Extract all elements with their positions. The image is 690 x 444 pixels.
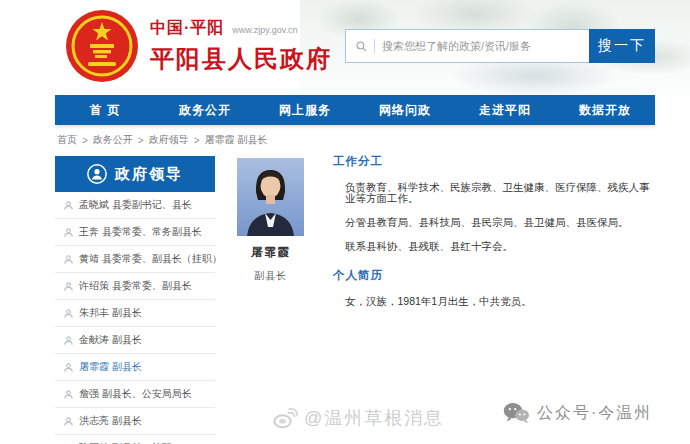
leader-list-item[interactable]: 金献涛 副县长 bbox=[55, 327, 215, 354]
leader-list-item[interactable]: 许绍策 县委常委、副县长 bbox=[55, 273, 215, 300]
duty-paragraph: 负责教育、科学技术、民族宗教、卫生健康、医疗保障、残疾人事业等方面工作。 bbox=[333, 182, 657, 204]
nav-item-gov-affairs[interactable]: 政务公开 bbox=[155, 95, 255, 125]
person-icon bbox=[63, 389, 74, 400]
watermark-wechat: 公众号·今温州 bbox=[503, 402, 652, 424]
breadcrumb-separator: > bbox=[138, 135, 144, 146]
breadcrumb-gov-leaders[interactable]: 政府领导 bbox=[149, 133, 189, 147]
site-prefix: 中国·平阳 bbox=[150, 18, 224, 39]
officer-name: 屠霏霞 bbox=[237, 244, 304, 261]
breadcrumb-separator: > bbox=[82, 135, 88, 146]
duty-paragraph: 联系县科协、县残联、县红十字会。 bbox=[333, 241, 657, 252]
watermark-weibo-text: @温州草根消息 bbox=[304, 406, 444, 430]
nav-item-open-data[interactable]: 数据开放 bbox=[555, 95, 655, 125]
leader-label: 屠霏霞 副县长 bbox=[79, 360, 142, 374]
leader-label: 黄靖 县委常委、副县长（挂职） bbox=[79, 252, 222, 266]
nav-item-about-pingyang[interactable]: 走进平阳 bbox=[455, 95, 555, 125]
breadcrumb: 首页 > 政务公开 > 政府领导 > 屠霏霞 副县长 bbox=[57, 133, 267, 147]
leader-label: 许绍策 县委常委、副县长 bbox=[79, 279, 192, 293]
officer-photo bbox=[237, 158, 304, 236]
brand-text: 中国·平阳 www.zjpy.gov.cn 平阳县人民政府 bbox=[150, 18, 332, 75]
site-url: www.zjpy.gov.cn bbox=[232, 25, 297, 35]
person-icon bbox=[63, 281, 74, 292]
section-resume: 个人简历 女，汉族，1981年1月出生，中共党员。 bbox=[333, 268, 657, 307]
leader-label: 金献涛 副县长 bbox=[79, 333, 142, 347]
sidebar-title: 政府领导 bbox=[115, 165, 183, 184]
search-bar: 搜一下 bbox=[345, 29, 655, 63]
sidebar-header: 政府领导 bbox=[55, 156, 215, 192]
wechat-icon bbox=[503, 402, 529, 424]
site-logo[interactable]: 中国·平阳 www.zjpy.gov.cn 平阳县人民政府 bbox=[64, 8, 332, 84]
leader-list-item[interactable]: 王奔 县委常委、常务副县长 bbox=[55, 219, 215, 246]
search-input[interactable] bbox=[382, 30, 589, 62]
leader-list-item[interactable]: 朱邦丰 副县长 bbox=[55, 300, 215, 327]
watermark-weibo: @温州草根消息 bbox=[272, 406, 444, 430]
leader-label: 詹强 副县长、公安局局长 bbox=[79, 387, 192, 401]
section-heading: 个人简历 bbox=[333, 268, 657, 283]
main-nav: 首 页 政务公开 网上服务 网络问政 走进平阳 数据开放 bbox=[55, 95, 655, 125]
resume-paragraph: 女，汉族，1981年1月出生，中共党员。 bbox=[333, 296, 657, 307]
national-emblem-icon bbox=[64, 8, 140, 84]
page: 中国·平阳 www.zjpy.gov.cn 平阳县人民政府 搜一下 首 页 政务… bbox=[0, 0, 690, 444]
search-box bbox=[345, 29, 589, 63]
profile-sections: 工作分工 负责教育、科学技术、民族宗教、卫生健康、医疗保障、残疾人事业等方面工作… bbox=[333, 154, 657, 307]
breadcrumb-current: 屠霏霞 副县长 bbox=[205, 133, 268, 147]
leader-label: 王奔 县委常委、常务副县长 bbox=[79, 225, 202, 239]
breadcrumb-separator: > bbox=[194, 135, 200, 146]
breadcrumb-home[interactable]: 首页 bbox=[57, 133, 77, 147]
section-work-duties: 工作分工 负责教育、科学技术、民族宗教、卫生健康、医疗保障、残疾人事业等方面工作… bbox=[333, 154, 657, 252]
nav-item-online-inquiries[interactable]: 网络问政 bbox=[355, 95, 455, 125]
section-heading: 工作分工 bbox=[333, 154, 657, 169]
watermark-wechat-text: 公众号·今温州 bbox=[537, 403, 652, 424]
site-title: 平阳县人民政府 bbox=[150, 43, 332, 75]
search-divider bbox=[374, 39, 375, 53]
person-icon bbox=[63, 200, 74, 211]
leader-list-item[interactable]: 孟晓斌 县委副书记、县长 bbox=[55, 192, 215, 219]
weibo-icon bbox=[272, 406, 298, 430]
person-circle-icon bbox=[87, 164, 107, 184]
person-icon bbox=[63, 227, 74, 238]
breadcrumb-gov-affairs[interactable]: 政务公开 bbox=[93, 133, 133, 147]
site-header: 中国·平阳 www.zjpy.gov.cn 平阳县人民政府 搜一下 bbox=[0, 0, 690, 95]
leader-label: 朱邦丰 副县长 bbox=[79, 306, 142, 320]
leader-label: 孟晓斌 县委副书记、县长 bbox=[79, 198, 192, 212]
person-icon bbox=[63, 254, 74, 265]
leader-list-item[interactable]: 陈国翰 副县长（挂职） bbox=[55, 435, 215, 444]
person-icon bbox=[63, 308, 74, 319]
search-button[interactable]: 搜一下 bbox=[589, 29, 655, 63]
leader-list: 孟晓斌 县委副书记、县长王奔 县委常委、常务副县长黄靖 县委常委、副县长（挂职）… bbox=[55, 192, 215, 444]
person-icon bbox=[63, 416, 74, 427]
officer-profile-card: 屠霏霞 副县长 bbox=[237, 158, 304, 283]
leader-list-item[interactable]: 詹强 副县长、公安局局长 bbox=[55, 381, 215, 408]
search-icon bbox=[355, 40, 368, 53]
officer-title: 副县长 bbox=[237, 269, 304, 283]
leader-label: 洪志亮 副县长 bbox=[79, 414, 142, 428]
person-icon bbox=[63, 335, 74, 346]
sidebar-gov-leaders: 政府领导 孟晓斌 县委副书记、县长王奔 县委常委、常务副县长黄靖 县委常委、副县… bbox=[55, 156, 215, 444]
duty-paragraph: 分管县教育局、县科技局、县民宗局、县卫健局、县医保局。 bbox=[333, 217, 657, 228]
nav-item-home[interactable]: 首 页 bbox=[55, 95, 155, 125]
leader-list-item[interactable]: 黄靖 县委常委、副县长（挂职） bbox=[55, 246, 215, 273]
leader-list-item[interactable]: 洪志亮 副县长 bbox=[55, 408, 215, 435]
nav-item-online-services[interactable]: 网上服务 bbox=[255, 95, 355, 125]
person-icon bbox=[63, 362, 74, 373]
leader-list-item[interactable]: 屠霏霞 副县长 bbox=[55, 354, 215, 381]
